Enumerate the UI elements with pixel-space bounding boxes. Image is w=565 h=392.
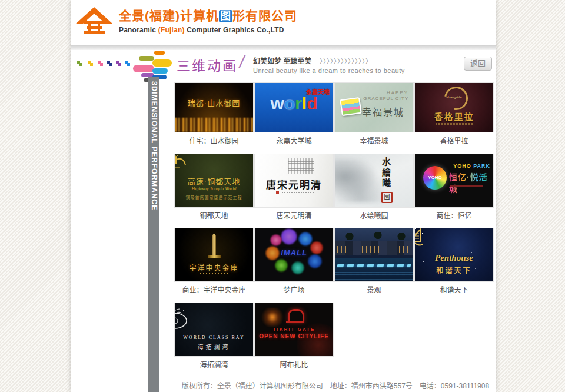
slogan-en: Unreal beauty like a dream to reaches to… <box>253 67 405 74</box>
gold-dots-decoration <box>200 273 228 274</box>
gallery-caption[interactable]: 商业：宇洋中央金座 <box>175 284 253 294</box>
red-seal-icon: 園 <box>381 192 393 203</box>
gallery-item-imall-plaza[interactable]: iMALL <box>255 228 333 281</box>
ink-mist-decoration <box>335 159 382 202</box>
gallery-caption[interactable]: 永嘉大学城 <box>255 135 333 145</box>
gallery-item-tangsong[interactable]: 唐宋元明清 <box>255 154 333 207</box>
crest-icon <box>175 154 188 170</box>
chevrons-decoration: 〉〉〉〉〉〉〉〉〉〉〉〉〉〉 <box>320 58 372 65</box>
gold-skyline-decoration <box>175 118 253 132</box>
vertical-banner-label: 3DIMENSIONAL PERFORMANCE <box>150 81 158 211</box>
back-button[interactable]: 返回 <box>464 57 492 71</box>
rainbow-flag-icon <box>340 97 362 116</box>
gold-tower-icon <box>211 233 217 255</box>
header-divider <box>71 45 496 50</box>
gallery-item-xingfu-city[interactable]: HAPPY GRACEFUL CITY 幸福景城 <box>335 83 413 132</box>
footer-copyright: 版权所有：全景（福建）计算机图形有限公司 地址：福州市西洪路557号 电话：05… <box>175 380 496 392</box>
pixel-decoration <box>77 61 80 64</box>
stars-decoration <box>415 228 416 229</box>
palm-tree-decoration <box>373 232 383 241</box>
gallery-item-shuihui-garden[interactable]: 水繪曦 園 <box>335 154 413 207</box>
site-header: 全景(福建)计算机图形有限公司 Panoramic (Fujian) Compu… <box>71 0 496 45</box>
palm-tree-decoration <box>396 233 407 242</box>
tiny-gold-tagline-decoration <box>436 123 473 125</box>
water-streaks-decoration <box>335 270 413 280</box>
gallery-caption[interactable]: 景观 <box>335 284 413 294</box>
window-lights-decoration <box>337 246 411 253</box>
tower-base-decoration <box>208 255 221 258</box>
brand-cn-post: 形有限公司 <box>232 9 297 22</box>
gallery-caption[interactable]: 水绘曦园 <box>335 210 413 220</box>
red-arch-gate-icon <box>288 309 304 323</box>
gallery-caption[interactable]: 住宅：山水御园 <box>175 135 253 145</box>
gallery-item-shangrila[interactable]: shangri-la 香格里拉 <box>415 83 493 132</box>
water-weir-decoration <box>337 264 411 267</box>
gallery-item-yongjia-world[interactable]: world 永嘉天地 <box>255 83 333 132</box>
title-slash: / <box>240 52 244 72</box>
gallery-caption[interactable]: 和谐天下 <box>415 284 493 294</box>
island-line-art-icon <box>175 303 191 331</box>
brand-cn-tu-tile: 图 <box>219 10 232 22</box>
red-seal-icon <box>276 191 279 194</box>
pixel-decoration <box>125 61 128 64</box>
gallery-caption[interactable]: 香格里拉 <box>415 135 493 145</box>
arch-base-decoration <box>286 321 303 323</box>
pixel-decoration <box>107 61 110 64</box>
page: 全景(福建)计算机图形有限公司 Panoramic (Fujian) Compu… <box>71 0 496 392</box>
company-logo-icon[interactable] <box>75 6 113 38</box>
gallery-caption[interactable]: 铜都天地 <box>175 210 253 220</box>
gallery-caption[interactable]: 梦广场 <box>255 284 333 294</box>
gallery-item-shanshui-yuyuan[interactable]: 瑞都·山水御园 <box>175 83 253 132</box>
gallery-item-penthouse[interactable]: Penthouse 和谐天下 <box>415 228 493 281</box>
stars-decoration <box>175 303 175 304</box>
brand-cn-pre: 全景(福建)计算机 <box>119 9 219 22</box>
calligraphy-cluster-decoration <box>288 158 314 174</box>
sailboat-icon <box>415 228 425 248</box>
pixel-decoration <box>98 61 101 64</box>
gallery-item-landscape[interactable] <box>335 228 413 281</box>
gallery-item-hengyi-yoho[interactable]: YOHO YOHO PARK 恒亿·悦活城 <box>415 154 493 207</box>
gallery-caption[interactable]: 阿布扎比 <box>255 359 333 368</box>
world-logo: world <box>255 95 333 112</box>
gallery-item-haituo-bay[interactable]: WORLD CLASS BAY 海拓澜湾 <box>175 303 253 356</box>
palm-tree-decoration <box>344 233 355 242</box>
gallery-caption[interactable]: 海拓澜湾 <box>175 359 253 368</box>
section-title: 三维动画 <box>177 55 238 75</box>
light-flare-decoration <box>260 308 285 327</box>
slogan-block: 幻美如梦 至臻至美〉〉〉〉〉〉〉〉〉〉〉〉〉〉 Unreal beauty li… <box>253 55 405 74</box>
red-tagline-decoration <box>450 185 483 187</box>
small-text-line-decoration <box>282 192 315 193</box>
gallery-caption[interactable]: 唐宋元明清 <box>255 210 333 220</box>
pixel-decoration <box>116 61 119 64</box>
pixel-decoration <box>88 61 91 64</box>
gallery-caption[interactable]: 幸福景城 <box>335 135 413 145</box>
gallery-item-tongdu-world[interactable]: 高速·铜都天地 Highway Tongdu World 铜陵首席国家康居示范工… <box>175 154 253 207</box>
gallery-item-abu-dhabi[interactable]: TIKRIT GATE OPEN NEW CITYLIFE <box>255 303 333 356</box>
brand-block: 全景(福建)计算机图形有限公司 Panoramic (Fujian) Compu… <box>119 8 297 34</box>
brand-name-cn: 全景(福建)计算机图形有限公司 <box>119 8 297 24</box>
gallery-caption[interactable]: 商住：恒亿 <box>415 210 493 220</box>
gallery-item-yuyang-tower[interactable]: 宇洋中央金座 <box>175 228 253 281</box>
brand-name-en: Panoramic (Fujian) Computer Graphics Co.… <box>119 26 297 34</box>
slogan-cn: 幻美如梦 至臻至美 <box>253 57 311 65</box>
